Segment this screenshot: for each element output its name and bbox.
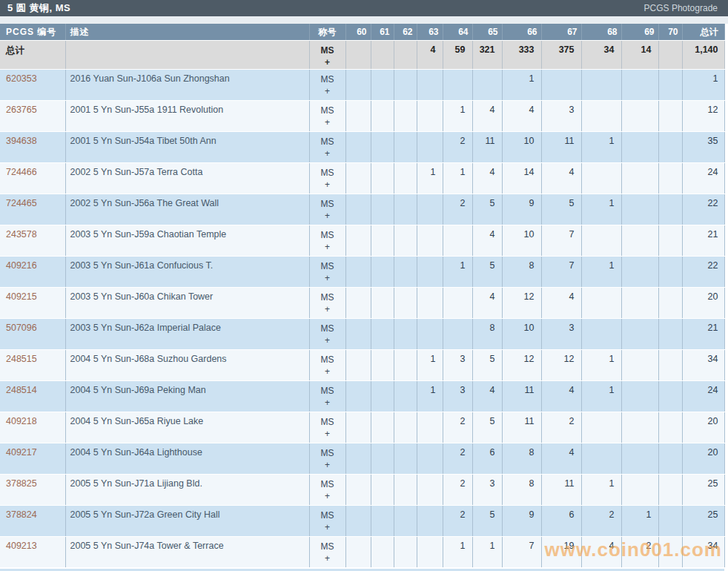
pcgs-number-link[interactable]: 394638 (0, 132, 65, 163)
grade-count (658, 319, 682, 350)
grade-count (658, 132, 682, 163)
coin-description: 2002 5 Yn Sun-J57a Terra Cotta (65, 163, 309, 194)
grade-count (394, 132, 417, 163)
row-total: 20 (682, 288, 724, 319)
grade-count: 5 (472, 257, 502, 288)
coin-row: 4092162003 5 Yn Sun-J61a Confucious T.MS… (0, 257, 724, 288)
grade-count: 3 (443, 381, 472, 412)
grade-count (371, 70, 394, 101)
grade-count (443, 319, 472, 350)
pcgs-number-link[interactable]: 409217 (0, 443, 65, 475)
grade-count: 3 (443, 350, 472, 381)
pcgs-number-link[interactable]: 378825 (0, 475, 65, 506)
pcgs-number-link[interactable]: 378824 (0, 506, 65, 537)
grade-count (621, 475, 658, 506)
grade-count (345, 288, 371, 319)
grade-count (394, 288, 417, 319)
coin-row: 3788242005 5 Yn Sun-J72a Green City Hall… (0, 506, 724, 537)
pcgs-number-link[interactable]: 724466 (0, 163, 65, 194)
grade-count (417, 70, 443, 101)
photograde-link[interactable]: PCGS Photograde (644, 3, 718, 13)
grade-count (443, 225, 472, 257)
grade-count (417, 225, 443, 257)
grade-count: 2 (443, 506, 472, 537)
totals-grade-count (658, 41, 682, 70)
column-header-4: 61 (371, 24, 394, 41)
designation: MS+ (309, 70, 345, 101)
coin-description: 2004 5 Yn Sun-J69a Peking Man (65, 381, 309, 412)
grade-count (621, 412, 658, 443)
grade-count: 4 (472, 101, 502, 132)
pcgs-number-link[interactable]: 409216 (0, 257, 65, 288)
column-header-5: 62 (394, 24, 417, 41)
coin-description: 2005 5 Yn Sun-J72a Green City Hall (65, 506, 309, 537)
pcgs-number-link[interactable]: 507096 (0, 319, 65, 350)
grade-count: 5 (472, 506, 502, 537)
row-total: 34 (682, 350, 724, 381)
grade-count (345, 257, 371, 288)
row-total: 22 (682, 194, 724, 225)
pcgs-number-link[interactable]: 248514 (0, 381, 65, 412)
grade-count: 1 (443, 101, 472, 132)
coin-row: 3946382001 5 Yn Sun-J54a Tibet 50th AnnM… (0, 132, 724, 163)
pcgs-number-link[interactable]: 248515 (0, 350, 65, 381)
grade-count: 6 (541, 506, 581, 537)
grade-count (443, 288, 472, 319)
grade-count: 3 (541, 101, 581, 132)
designation: MS+ (309, 101, 345, 132)
grade-count: 8 (502, 443, 541, 475)
grade-count: 1 (621, 506, 658, 537)
grade-count (443, 70, 472, 101)
pcgs-number-link[interactable]: 409218 (0, 412, 65, 443)
grade-count: 11 (541, 475, 581, 506)
grade-count (345, 319, 371, 350)
coin-description: 2005 5 Yn Sun-J71a Lijiang Bld. (65, 475, 309, 506)
grade-count: 1 (443, 257, 472, 288)
grade-count (371, 475, 394, 506)
coin-description: 2004 5 Yn Sun-J68a Suzhou Gardens (65, 350, 309, 381)
grade-count (621, 257, 658, 288)
grade-count: 3 (541, 319, 581, 350)
designation: MS+ (309, 412, 345, 443)
grade-count (621, 70, 658, 101)
pcgs-number-link[interactable]: 724465 (0, 194, 65, 225)
column-header-6: 63 (417, 24, 443, 41)
population-report-page: 5 圆 黄铜, MS PCGS Photograde PCGS 编号描述称号60… (0, 0, 728, 571)
table-header-row: PCGS 编号描述称号6061626364656667686970总计 (0, 24, 724, 41)
row-total: 24 (682, 381, 724, 412)
population-table: PCGS 编号描述称号6061626364656667686970总计 总计MS… (0, 24, 725, 568)
grade-count (371, 443, 394, 475)
grade-count: 11 (502, 412, 541, 443)
grade-count (417, 132, 443, 163)
grade-count (658, 537, 682, 568)
grade-count (581, 288, 621, 319)
pcgs-number-link[interactable]: 409215 (0, 288, 65, 319)
pcgs-number-link[interactable]: 243578 (0, 225, 65, 257)
grade-count: 2 (443, 194, 472, 225)
pcgs-number-link[interactable]: 263765 (0, 101, 65, 132)
grade-count: 4 (541, 163, 581, 194)
designation: MS+ (309, 475, 345, 506)
grade-count: 5 (541, 194, 581, 225)
grade-count: 3 (472, 475, 502, 506)
row-total: 25 (682, 506, 724, 537)
pcgs-number-link[interactable]: 620353 (0, 70, 65, 101)
grade-count: 14 (502, 163, 541, 194)
grade-count: 2 (443, 132, 472, 163)
grade-count (371, 319, 394, 350)
grade-count (345, 350, 371, 381)
totals-grade-count (371, 41, 394, 70)
grade-count (394, 70, 417, 101)
grade-count: 8 (502, 475, 541, 506)
grade-count (658, 475, 682, 506)
grade-count (345, 70, 371, 101)
column-header-8: 65 (472, 24, 502, 41)
grade-count: 12 (541, 350, 581, 381)
grade-count (345, 475, 371, 506)
grade-count (345, 537, 371, 568)
designation: MS+ (309, 381, 345, 412)
grade-count (371, 163, 394, 194)
grade-count (658, 412, 682, 443)
pcgs-number-link[interactable]: 409213 (0, 537, 65, 568)
grade-count (394, 350, 417, 381)
